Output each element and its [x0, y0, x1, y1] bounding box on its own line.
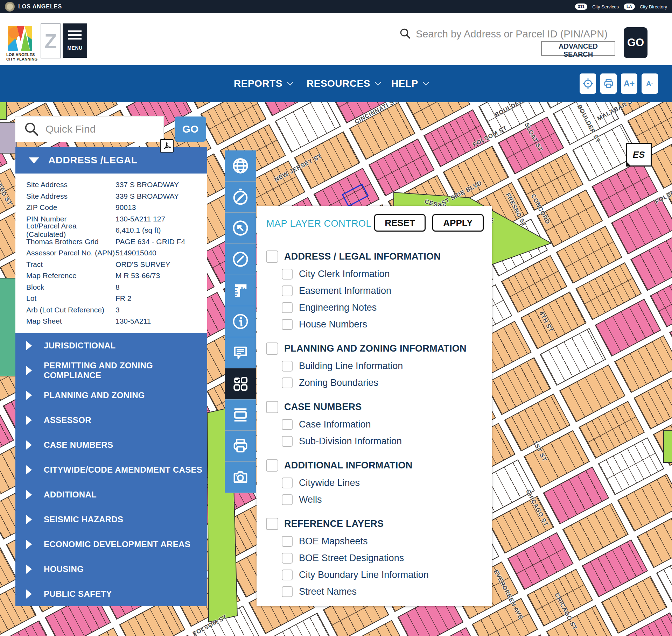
layer-checkbox[interactable] — [282, 302, 293, 313]
sidebar-section-citywide-code-amendment-cases[interactable]: CITYWIDE/CODE AMENDMENT CASES — [15, 457, 207, 482]
sidebar-section-permitting-and-zoning-compliance[interactable]: PERMITTING AND ZONING COMPLIANCE — [15, 358, 207, 383]
map-layer-control-title: MAP LAYER CONTROL — [266, 218, 371, 229]
layer-group-label: PLANNING AND ZONING INFORMATION — [284, 343, 467, 354]
section-label: PUBLIC SAFETY — [44, 589, 112, 599]
layer-checkbox[interactable] — [282, 285, 293, 296]
green-zone-edge — [664, 430, 672, 462]
menu-button[interactable]: MENU — [63, 23, 87, 58]
chevron-right-icon — [26, 589, 32, 599]
row-value: 337 S BROADWAY — [115, 181, 207, 189]
layer-label: BOE Street Designations — [299, 553, 404, 564]
address-legal-row: Arb (Lot Cut Reference)3 — [15, 304, 207, 316]
font-decrease-button[interactable]: A- — [642, 73, 658, 94]
section-label: CASE NUMBERS — [44, 440, 113, 450]
tool-globe-button[interactable] — [225, 150, 256, 182]
map-layer-control-panel: MAP LAYER CONTROL RESET APPLY ADDRESS / … — [257, 206, 492, 606]
sidebar-section-planning-and-zoning[interactable]: PLANNING AND ZONING — [15, 383, 207, 408]
layer-checkbox[interactable] — [282, 553, 293, 564]
advanced-search-button[interactable]: ADVANCED SEARCH — [541, 41, 615, 56]
row-value: PAGE 634 - GRID F4 — [115, 238, 207, 246]
layer-child-row: House Numbers — [257, 317, 492, 331]
layer-group-checkbox[interactable] — [266, 518, 278, 530]
tool-measure-line-button[interactable] — [225, 244, 256, 275]
layer-group-row: REFERENCE LAYERS — [257, 516, 492, 531]
tool-layer-toggle-button[interactable] — [225, 368, 256, 400]
layer-checkbox[interactable] — [282, 319, 293, 330]
adobe-pdf-icon[interactable] — [160, 139, 174, 153]
layer-group-checkbox[interactable] — [266, 401, 278, 413]
chevron-down-icon — [287, 82, 294, 86]
zimas-z-logo[interactable]: Z — [41, 23, 61, 58]
layer-group-checkbox[interactable] — [266, 250, 278, 263]
sidebar-section-jurisdictional[interactable]: JURISDICTIONAL — [15, 333, 207, 358]
layer-label: City Clerk Information — [299, 269, 390, 280]
layer-toggle-icon — [231, 375, 250, 393]
layer-group-checkbox[interactable] — [266, 459, 278, 472]
nav-item-resources[interactable]: RESOURCES — [307, 65, 382, 102]
layer-checkbox[interactable] — [282, 361, 293, 372]
nav-item-reports[interactable]: REPORTS — [234, 65, 294, 102]
hamburger-icon — [68, 30, 82, 40]
layer-checkbox[interactable] — [282, 536, 293, 547]
tool-ruler-button[interactable] — [225, 275, 256, 306]
layer-group-label: CASE NUMBERS — [284, 402, 362, 412]
tool-compass-button[interactable] — [225, 182, 256, 213]
z-logo-letter: Z — [44, 29, 57, 53]
layer-checkbox[interactable] — [282, 419, 293, 430]
left-panel-sections: JURISDICTIONALPERMITTING AND ZONING COMP… — [15, 333, 207, 606]
es-marker-fold — [626, 161, 631, 167]
row-value: M R 53-66/73 — [115, 271, 207, 280]
layer-checkbox[interactable] — [282, 436, 293, 447]
sidebar-section-assessor[interactable]: ASSESSOR — [15, 408, 207, 432]
reset-button[interactable]: RESET — [374, 214, 426, 232]
layer-child-row: Sub-Division Information — [257, 434, 492, 448]
row-value: ORD'S SURVEY — [115, 260, 207, 269]
sidebar-section-public-safety[interactable]: PUBLIC SAFETY — [15, 581, 207, 606]
es-map-marker: ES — [626, 143, 652, 167]
row-value: 90013 — [115, 203, 207, 212]
tool-info-button[interactable] — [225, 306, 256, 337]
quick-find-go-button[interactable]: GO — [175, 116, 206, 142]
layer-checkbox[interactable] — [282, 377, 293, 388]
badge-311[interactable]: 311 — [575, 3, 587, 10]
row-value: FR 2 — [115, 294, 207, 303]
nav-item-help[interactable]: HELP — [391, 65, 429, 102]
layer-group-checkbox[interactable] — [266, 342, 278, 355]
badge-la[interactable]: LA — [624, 3, 635, 10]
tool-camera-button[interactable] — [225, 462, 256, 493]
address-legal-row: Site Address337 S BROADWAY — [15, 179, 207, 191]
section-label: PLANNING AND ZONING — [44, 390, 145, 400]
address-legal-row: Site Address339 S BROADWAY — [15, 191, 207, 202]
quick-find-wrap — [15, 116, 163, 142]
sidebar-section-housing[interactable]: HOUSING — [15, 557, 207, 581]
layer-checkbox[interactable] — [282, 494, 293, 505]
quick-find-input[interactable] — [45, 123, 144, 135]
sidebar-section-additional[interactable]: ADDITIONAL — [15, 482, 207, 507]
sidebar-section-case-numbers[interactable]: CASE NUMBERS — [15, 432, 207, 457]
address-legal-row: Lot/Parcel Area (Calculated)6,410.1 (sq … — [15, 225, 207, 236]
city-directory-link[interactable]: City Directory — [640, 4, 667, 9]
sidebar-section-economic-development-areas[interactable]: ECONOMIC DEVELOPMENT AREAS — [15, 532, 207, 557]
font-increase-button[interactable]: A+ — [621, 73, 637, 94]
address-legal-header[interactable]: ADDRESS /LEGAL — [15, 147, 207, 174]
print-page-button[interactable] — [600, 73, 617, 94]
layer-checkbox[interactable] — [282, 478, 293, 488]
layer-checkbox[interactable] — [282, 570, 293, 580]
tool-arrow-nw-button[interactable] — [225, 213, 256, 244]
city-planning-logo[interactable] — [7, 25, 33, 51]
city-services-link[interactable]: City Services — [592, 4, 619, 9]
tool-basemap-button[interactable] — [225, 400, 256, 431]
chevron-right-icon — [26, 565, 32, 574]
address-legal-row: Map ReferenceM R 53-66/73 — [15, 270, 207, 282]
layer-label: House Numbers — [299, 319, 367, 330]
address-search-input[interactable] — [415, 26, 620, 42]
apply-button[interactable]: APPLY — [432, 214, 484, 232]
search-go-button[interactable]: GO — [624, 27, 648, 58]
tool-comment-button[interactable] — [225, 337, 256, 368]
sidebar-section-seismic-hazards[interactable]: SEISMIC HAZARDS — [15, 507, 207, 532]
layer-checkbox[interactable] — [282, 586, 293, 597]
layer-checkbox[interactable] — [282, 269, 293, 280]
locate-button[interactable] — [580, 73, 596, 94]
logo-caption-line2: CITY PLANNING — [6, 57, 37, 62]
tool-print-button[interactable] — [225, 431, 256, 462]
